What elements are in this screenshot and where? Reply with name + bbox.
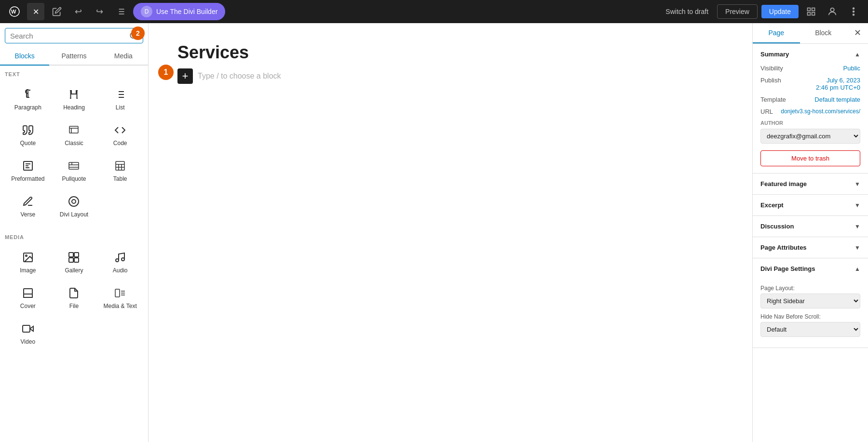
divi-builder-button[interactable]: D Use The Divi Builder bbox=[133, 3, 225, 20]
block-gallery[interactable]: Gallery bbox=[51, 245, 97, 281]
table-icon bbox=[114, 160, 126, 172]
tab-block[interactable]: Block bbox=[800, 23, 847, 43]
visibility-row: Visibility Public bbox=[760, 65, 860, 72]
media-text-label: Media & Text bbox=[104, 303, 137, 309]
settings-icon-button[interactable] bbox=[802, 3, 820, 20]
block-code[interactable]: Code bbox=[97, 118, 143, 153]
page-attributes-chevron-icon: ▼ bbox=[854, 244, 860, 251]
visibility-label: Visibility bbox=[760, 65, 783, 72]
template-value[interactable]: Default template bbox=[814, 96, 860, 103]
verse-label: Verse bbox=[20, 211, 35, 218]
tab-page[interactable]: Page bbox=[753, 23, 800, 43]
page-title-input[interactable] bbox=[177, 42, 723, 63]
code-label: Code bbox=[113, 140, 127, 147]
right-panel: Page Block ✕ Summary ▲ Visibility Public… bbox=[752, 23, 868, 442]
list-icon bbox=[114, 89, 126, 100]
main-layout: 2 Blocks Patterns Media TEXT Paragraph bbox=[0, 0, 868, 442]
summary-accordion-header[interactable]: Summary ▲ bbox=[753, 44, 868, 65]
block-paragraph[interactable]: Paragraph bbox=[5, 82, 51, 118]
divi-settings-accordion-header[interactable]: Divi Page Settings ▲ bbox=[753, 258, 868, 279]
wp-logo[interactable]: W bbox=[6, 3, 23, 20]
block-audio[interactable]: Audio bbox=[97, 245, 143, 281]
svg-rect-39 bbox=[116, 161, 124, 170]
page-layout-select[interactable]: Right Sidebar Left Sidebar Full Width No… bbox=[760, 294, 860, 308]
url-value[interactable]: donjetv3.sg-host.com/services/ bbox=[781, 108, 860, 115]
template-label: Template bbox=[760, 96, 786, 103]
main-editor: 1 + Type / to choose a block bbox=[149, 23, 752, 442]
featured-image-section: Featured image ▼ bbox=[753, 174, 868, 195]
edit-icon-button[interactable] bbox=[48, 3, 66, 20]
svg-point-14 bbox=[853, 11, 854, 13]
summary-section: Summary ▲ Visibility Public Publish July… bbox=[753, 44, 868, 174]
divi-logo-circle: D bbox=[141, 6, 152, 17]
block-placeholder-text[interactable]: Type / to choose a block bbox=[198, 72, 281, 80]
block-cover[interactable]: Cover bbox=[5, 281, 51, 316]
publish-row: Publish July 6, 20232:46 pm UTC+0 bbox=[760, 77, 860, 91]
tab-blocks[interactable]: Blocks bbox=[0, 47, 49, 66]
block-table[interactable]: Table bbox=[97, 153, 143, 189]
list-view-button[interactable] bbox=[112, 3, 129, 20]
block-verse[interactable]: Verse bbox=[5, 189, 51, 225]
tab-patterns[interactable]: Patterns bbox=[49, 47, 98, 66]
audio-label: Audio bbox=[113, 267, 128, 274]
preview-button[interactable]: Preview bbox=[717, 4, 758, 19]
svg-rect-56 bbox=[115, 289, 120, 297]
hide-nav-label: Hide Nav Before Scroll: bbox=[760, 313, 860, 320]
hide-nav-select[interactable]: Default Yes No bbox=[760, 322, 860, 337]
switch-draft-button[interactable]: Switch to draft bbox=[661, 5, 713, 18]
svg-rect-9 bbox=[812, 8, 815, 11]
author-select[interactable]: deezgrafix@gmail.com bbox=[760, 129, 860, 144]
classic-label: Classic bbox=[65, 140, 83, 147]
left-panel: 2 Blocks Patterns Media TEXT Paragraph bbox=[0, 23, 149, 442]
block-classic[interactable]: Classic bbox=[51, 118, 97, 153]
publish-label: Publish bbox=[760, 77, 781, 84]
audio-icon bbox=[114, 252, 126, 263]
text-block-grid: Paragraph Heading List bbox=[5, 82, 143, 225]
pullquote-label: Pullquote bbox=[62, 175, 86, 182]
add-block-button[interactable]: + bbox=[177, 68, 193, 84]
quote-label: Quote bbox=[20, 140, 36, 147]
update-button[interactable]: Update bbox=[761, 5, 799, 18]
search-input[interactable] bbox=[10, 32, 125, 40]
undo-button[interactable]: ↩ bbox=[69, 3, 87, 20]
paragraph-label: Paragraph bbox=[14, 104, 41, 111]
gallery-label: Gallery bbox=[65, 267, 83, 274]
more-options-button[interactable] bbox=[845, 3, 862, 20]
publish-value[interactable]: July 6, 20232:46 pm UTC+0 bbox=[816, 77, 860, 91]
file-icon bbox=[68, 287, 80, 299]
excerpt-accordion-header[interactable]: Excerpt ▼ bbox=[753, 195, 868, 215]
svg-text:W: W bbox=[11, 9, 16, 14]
featured-image-accordion-header[interactable]: Featured image ▼ bbox=[753, 174, 868, 194]
list-view-icon bbox=[116, 7, 125, 16]
template-row: Template Default template bbox=[760, 96, 860, 103]
search-step-badge: 2 bbox=[131, 27, 145, 40]
svg-point-44 bbox=[69, 197, 79, 206]
redo-button[interactable]: ↪ bbox=[91, 3, 108, 20]
visibility-value[interactable]: Public bbox=[843, 65, 860, 72]
block-preformatted[interactable]: Preformatted bbox=[5, 153, 51, 189]
block-video[interactable]: Video bbox=[5, 316, 51, 352]
block-divi-layout[interactable]: Divi Layout bbox=[51, 189, 97, 225]
svg-point-45 bbox=[72, 200, 76, 203]
close-editor-button[interactable]: ✕ bbox=[27, 3, 44, 20]
avatar-button[interactable] bbox=[824, 3, 841, 20]
block-quote[interactable]: Quote bbox=[5, 118, 51, 153]
discussion-accordion-header[interactable]: Discussion ▼ bbox=[753, 216, 868, 237]
block-file[interactable]: File bbox=[51, 281, 97, 316]
block-pullquote[interactable]: Pullquote bbox=[51, 153, 97, 189]
block-media-text[interactable]: Media & Text bbox=[97, 281, 143, 316]
close-panel-button[interactable]: ✕ bbox=[847, 23, 868, 43]
move-trash-button[interactable]: Move to trash bbox=[760, 150, 860, 166]
page-attributes-accordion-header[interactable]: Page Attributes ▼ bbox=[753, 237, 868, 258]
block-list[interactable]: List bbox=[97, 82, 143, 118]
block-image[interactable]: Image bbox=[5, 245, 51, 281]
tab-media[interactable]: Media bbox=[99, 47, 148, 66]
block-heading[interactable]: Heading bbox=[51, 82, 97, 118]
summary-accordion-body: Visibility Public Publish July 6, 20232:… bbox=[753, 65, 868, 173]
svg-rect-49 bbox=[74, 253, 79, 257]
list-label: List bbox=[116, 104, 125, 111]
classic-icon bbox=[68, 124, 80, 136]
step-badge-1: 1 bbox=[158, 65, 174, 80]
text-block-section: TEXT Paragraph Heading bbox=[0, 66, 148, 225]
wp-logo-icon: W bbox=[9, 6, 20, 17]
